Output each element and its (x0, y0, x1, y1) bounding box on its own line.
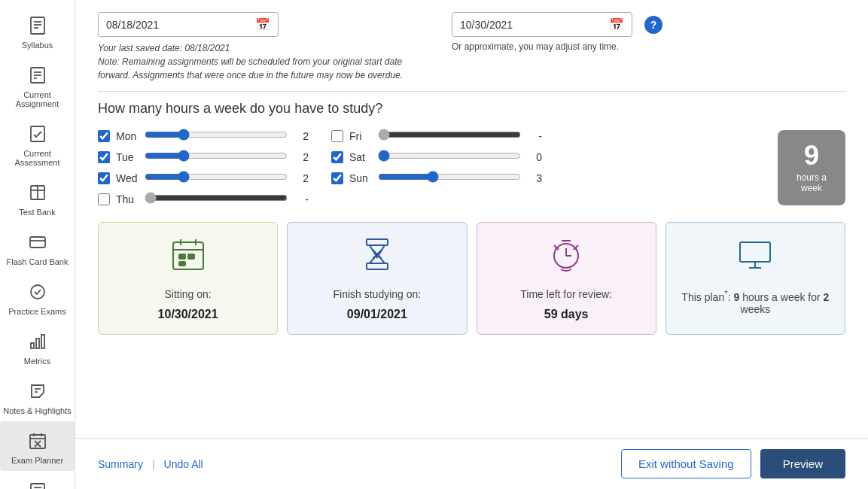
end-date-section: 📅 ? Or approximate, you may adjust any t… (452, 12, 662, 82)
start-date-input-wrap[interactable]: 📅 (98, 12, 279, 37)
svg-rect-37 (179, 262, 185, 266)
preview-button[interactable]: Preview (760, 449, 845, 478)
day-value-thu: - (294, 193, 309, 205)
end-date-calendar-icon[interactable]: 📅 (609, 17, 624, 32)
sidebar-item-label: Exam Planner (11, 456, 63, 465)
card-finish-studying: Finish studying on: 09/01/2021 (287, 222, 467, 335)
day-label-fri: Fri (349, 130, 372, 142)
day-label-thu: Thu (116, 193, 139, 205)
syllabus-icon (24, 12, 51, 39)
slider-wrap-tue (145, 150, 288, 165)
sidebar-item-syllabus[interactable]: Syllabus (0, 6, 75, 56)
svg-rect-36 (188, 254, 194, 259)
slider-wrap-sun (378, 171, 521, 186)
sidebar-item-flash-card-bank[interactable]: Flash Card Bank (0, 223, 75, 272)
sidebar-item-plan-summary[interactable]: Plan Summary (0, 471, 75, 489)
card-sitting-on: Sitting on: 10/30/2021 (98, 222, 278, 335)
current-assignment-icon (24, 62, 51, 89)
hourglass-icon (358, 235, 397, 281)
checkbox-thu[interactable] (98, 193, 110, 205)
monitor-icon (736, 235, 775, 281)
flash-card-bank-icon (24, 229, 51, 256)
end-date-hint: Or approximate, you may adjust any time. (452, 41, 662, 52)
checkbox-fri[interactable] (331, 130, 343, 142)
slider-sun[interactable] (378, 171, 521, 183)
slider-wed[interactable] (145, 171, 288, 183)
sidebar-item-label: Current Assessment (3, 149, 72, 167)
alarm-icon (547, 235, 586, 281)
sidebar-item-practice-exams[interactable]: Practice Exams (0, 272, 75, 322)
slider-wrap-fri (378, 129, 521, 144)
day-value-sun: 3 (527, 172, 542, 184)
svg-point-14 (31, 285, 44, 299)
sidebar-item-exam-planner[interactable]: Exam Planner (0, 421, 75, 471)
day-label-mon: Mon (116, 130, 139, 142)
day-row-sun: Sun 3 (331, 171, 542, 186)
exit-without-saving-button[interactable]: Exit without Saving (621, 449, 751, 478)
checkbox-tue[interactable] (98, 151, 110, 163)
sidebar-item-current-assessment[interactable]: Current Assessment (0, 114, 75, 173)
card-time-left: Time left for review: 59 days (477, 222, 656, 335)
slider-fri[interactable] (378, 129, 521, 141)
sidebar-item-label: Flash Card Bank (7, 257, 69, 266)
sidebar-item-test-bank[interactable]: Test Bank (0, 173, 75, 223)
sidebar-item-label: Notes & Highlights (3, 406, 72, 415)
hours-total-label: hours a week (790, 172, 833, 193)
end-date-help-icon[interactable]: ? (644, 16, 662, 34)
summary-link[interactable]: Summary (98, 458, 143, 470)
day-value-sat: 0 (527, 151, 542, 163)
sidebar-item-current-assignment[interactable]: Current Assignment (0, 56, 75, 114)
day-row-wed: Wed 2 (98, 171, 309, 186)
day-value-tue: 2 (294, 151, 309, 163)
section-divider (98, 91, 845, 92)
checkbox-sat[interactable] (331, 151, 343, 163)
sidebar-item-label: Practice Exams (8, 307, 65, 316)
start-date-calendar-icon[interactable]: 📅 (255, 17, 270, 32)
svg-rect-38 (367, 239, 388, 245)
day-value-fri: - (527, 130, 542, 142)
svg-rect-39 (367, 263, 388, 269)
slider-tue[interactable] (145, 150, 288, 162)
day-value-mon: 2 (294, 130, 309, 142)
days-and-total: Mon 2 Fri - (98, 129, 845, 207)
notes-highlights-icon (24, 378, 51, 405)
slider-mon[interactable] (145, 129, 288, 141)
sidebar-item-label: Test Bank (19, 208, 55, 217)
exam-planner-icon (24, 427, 51, 454)
card-plan-label: This plan*: 9 hours a week for 2 weeks (678, 288, 833, 315)
sidebar-item-notes-highlights[interactable]: Notes & Highlights (0, 372, 75, 421)
plan-summary-icon (24, 477, 51, 489)
checkbox-sun[interactable] (331, 172, 343, 184)
checkbox-mon[interactable] (98, 130, 110, 142)
hours-total-number: 9 (804, 142, 819, 169)
svg-rect-15 (31, 343, 34, 348)
footer-buttons: Exit without Saving Preview (621, 449, 845, 478)
hours-total-box: 9 hours a week (778, 130, 845, 205)
card-sitting-on-label: Sitting on: (164, 288, 211, 300)
checkbox-wed[interactable] (98, 172, 110, 184)
sidebar-item-label: Syllabus (22, 41, 53, 50)
card-time-left-value: 59 days (544, 308, 589, 321)
slider-wrap-thu (145, 192, 288, 207)
day-row-tue: Tue 2 (98, 150, 309, 165)
start-date-input[interactable] (106, 19, 249, 31)
practice-exams-icon (24, 278, 51, 305)
cards-row: Sitting on: 10/30/2021 (98, 222, 845, 335)
svg-rect-12 (30, 237, 45, 248)
end-date-input[interactable] (460, 19, 603, 31)
slider-thu[interactable] (145, 192, 288, 204)
sidebar-item-metrics[interactable]: Metrics (0, 322, 75, 372)
svg-rect-17 (41, 335, 44, 348)
test-bank-icon (24, 179, 51, 206)
undo-all-link[interactable]: Undo All (164, 458, 203, 470)
day-label-tue: Tue (116, 151, 139, 163)
slider-wrap-sat (378, 150, 521, 165)
day-label-sat: Sat (349, 151, 372, 163)
days-columns: Mon 2 Fri - (98, 129, 763, 207)
card-sitting-on-value: 10/30/2021 (158, 308, 218, 321)
svg-rect-50 (740, 242, 770, 262)
slider-sat[interactable] (378, 150, 521, 162)
footer: Summary | Undo All Exit without Saving P… (75, 438, 868, 489)
end-date-input-wrap[interactable]: 📅 (452, 12, 632, 37)
card-plan: This plan*: 9 hours a week for 2 weeks (665, 222, 845, 335)
